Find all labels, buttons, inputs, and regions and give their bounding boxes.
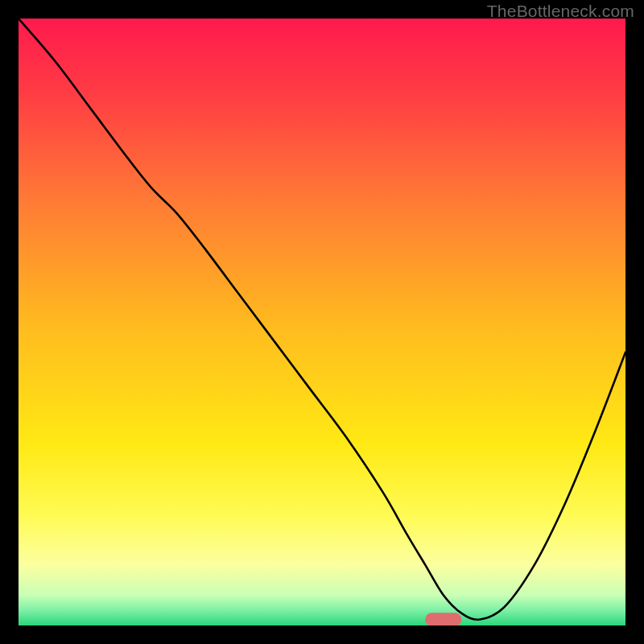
optimal-marker (425, 613, 461, 625)
plot-area (19, 19, 625, 625)
chart-svg (19, 19, 625, 625)
gradient-background (19, 19, 625, 625)
chart-frame: TheBottleneck.com (0, 0, 644, 644)
